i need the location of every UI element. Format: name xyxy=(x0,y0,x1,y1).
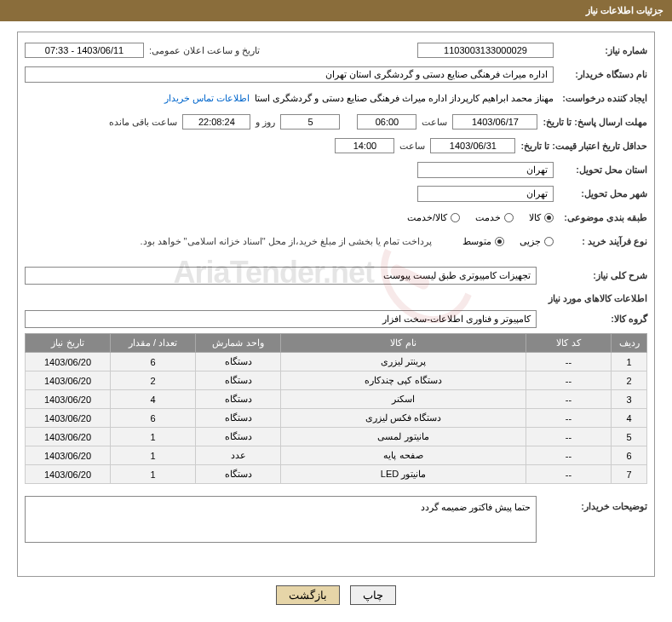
remain-label: ساعت باقی مانده xyxy=(109,117,177,128)
cell-date: 1403/06/20 xyxy=(26,371,111,390)
cell-name: دستگاه کپی چندکاره xyxy=(281,371,526,390)
cell-idx: 3 xyxy=(612,390,647,409)
th-date: تاریخ نیاز xyxy=(26,334,111,353)
deliver-prov-label: استان محل تحویل: xyxy=(554,164,647,176)
buyer-notes-value: حتما پیش فاکتور ضمیمه گردد xyxy=(25,496,537,543)
need-no-label: شماره نیاز: xyxy=(554,45,647,56)
price-time-label: ساعت xyxy=(399,141,425,152)
need-no-value: 1103003133000029 xyxy=(417,43,554,58)
cell-unit: عدد xyxy=(196,446,281,465)
cell-code: -- xyxy=(526,446,612,465)
buyer-notes-label: توضیحات خریدار: xyxy=(537,496,647,512)
days-label: روز و xyxy=(256,117,275,128)
purchase-opt-medium-radio[interactable] xyxy=(495,237,504,246)
cell-code: -- xyxy=(526,409,612,428)
cell-unit: دستگاه xyxy=(196,353,281,371)
cell-date: 1403/06/20 xyxy=(26,353,111,371)
buyer-contact-link[interactable]: اطلاعات تماس خریدار xyxy=(164,93,250,104)
cell-date: 1403/06/20 xyxy=(26,446,111,465)
cell-qty: 1 xyxy=(111,465,196,484)
table-row: 4--دستگاه فکس لیزریدستگاه61403/06/20 xyxy=(26,409,647,428)
topic-opt-kala-radio[interactable] xyxy=(544,213,554,222)
goods-group-value: کامپیوتر و فناوری اطلاعات-سخت افزار xyxy=(25,310,537,328)
topic-opt-khadmat-radio[interactable] xyxy=(504,213,514,222)
cell-unit: دستگاه xyxy=(196,390,281,409)
table-row: 6--صفحه پایهعدد11403/06/20 xyxy=(26,446,647,465)
deliver-prov-value: تهران xyxy=(417,162,554,178)
topic-opt-mix: کالا/خدمت xyxy=(407,212,447,223)
cell-qty: 6 xyxy=(111,353,196,371)
need-desc-value: تجهیزات کامپیوتری طبق لیست پیوست xyxy=(25,267,537,285)
print-button[interactable]: چاپ xyxy=(350,585,396,605)
cell-idx: 4 xyxy=(612,409,647,428)
topic-opt-khadmat: خدمت xyxy=(475,212,501,223)
cell-name: دستگاه فکس لیزری xyxy=(281,409,526,428)
deliver-city-label: شهر محل تحویل: xyxy=(554,188,647,199)
table-row: 2--دستگاه کپی چندکارهدستگاه21403/06/20 xyxy=(26,371,647,390)
remaining-hms: 22:08:24 xyxy=(182,114,250,130)
announce-label: تاریخ و ساعت اعلان عمومی: xyxy=(149,45,260,56)
cell-date: 1403/06/20 xyxy=(26,465,111,484)
table-row: 5--مانیتور لمسیدستگاه11403/06/20 xyxy=(26,428,647,446)
back-button[interactable]: بازگشت xyxy=(276,585,340,605)
purchase-opt-small-radio[interactable] xyxy=(544,237,554,246)
remaining-days: 5 xyxy=(280,114,340,130)
reply-deadline-time: 06:00 xyxy=(357,114,416,130)
purchase-type-label: نوع فرآیند خرید : xyxy=(554,236,647,247)
topic-opt-kala: کالا xyxy=(529,212,541,223)
goods-info-title: اطلاعات کالاهای مورد نیاز xyxy=(25,293,647,304)
deliver-city-value: تهران xyxy=(417,186,554,202)
cell-idx: 2 xyxy=(612,371,647,390)
purchase-note: پرداخت تمام یا بخشی از مبلغ خرید،از محل … xyxy=(140,236,432,247)
reply-deadline-label: مهلت ارسال پاسخ: تا تاریخ: xyxy=(537,117,647,128)
cell-qty: 6 xyxy=(111,409,196,428)
content-panel: شماره نیاز: 1103003133000029 تاریخ و ساع… xyxy=(17,32,655,577)
requester-label: ایجاد کننده درخواست: xyxy=(554,93,647,104)
cell-qty: 1 xyxy=(111,446,196,465)
topic-opt-mix-radio[interactable] xyxy=(451,213,460,222)
th-qty: تعداد / مقدار xyxy=(111,334,196,353)
org-label: نام دستگاه خریدار: xyxy=(554,69,647,80)
th-name: نام کالا xyxy=(281,334,526,353)
cell-name: پرینتر لیزری xyxy=(281,353,526,371)
cell-idx: 7 xyxy=(612,465,647,484)
page-header: جزئیات اطلاعات نیاز xyxy=(0,0,672,21)
table-row: 1--پرینتر لیزریدستگاه61403/06/20 xyxy=(26,353,647,371)
price-deadline-time: 14:00 xyxy=(335,138,394,153)
purchase-opt-small: جزیی xyxy=(520,236,541,247)
cell-date: 1403/06/20 xyxy=(26,390,111,409)
th-unit: واحد شمارش xyxy=(196,334,281,353)
table-row: 3--اسکنردستگاه41403/06/20 xyxy=(26,390,647,409)
cell-qty: 1 xyxy=(111,428,196,446)
goods-group-label: گروه کالا: xyxy=(537,314,647,325)
need-desc-label: شرح کلی نیاز: xyxy=(537,270,647,281)
cell-unit: دستگاه xyxy=(196,465,281,484)
cell-code: -- xyxy=(526,353,612,371)
cell-code: -- xyxy=(526,390,612,409)
price-deadline-date: 1403/06/31 xyxy=(430,138,515,153)
cell-unit: دستگاه xyxy=(196,371,281,390)
announce-value: 1403/06/11 - 07:33 xyxy=(25,43,144,58)
cell-name: صفحه پایه xyxy=(281,446,526,465)
cell-code: -- xyxy=(526,465,612,484)
cell-idx: 5 xyxy=(612,428,647,446)
reply-time-label: ساعت xyxy=(422,117,447,128)
page-title: جزئیات اطلاعات نیاز xyxy=(586,5,663,15)
th-code: کد کالا xyxy=(526,334,612,353)
cell-unit: دستگاه xyxy=(196,428,281,446)
cell-idx: 6 xyxy=(612,446,647,465)
price-deadline-label: حداقل تاریخ اعتبار قیمت: تا تاریخ: xyxy=(515,141,647,152)
requester-value: مهناز محمد ابراهیم کارپرداز اداره میراث … xyxy=(255,93,554,104)
cell-unit: دستگاه xyxy=(196,409,281,428)
cell-name: اسکنر xyxy=(281,390,526,409)
button-row: چاپ بازگشت xyxy=(0,585,672,605)
goods-table: ردیف کد کالا نام کالا واحد شمارش تعداد /… xyxy=(25,333,647,484)
cell-qty: 2 xyxy=(111,371,196,390)
reply-deadline-date: 1403/06/17 xyxy=(452,114,537,130)
cell-idx: 1 xyxy=(612,353,647,371)
org-value: اداره میراث فرهنگی صنایع دستی و گردشگری … xyxy=(25,66,554,83)
table-row: 7--مانیتور LEDدستگاه11403/06/20 xyxy=(26,465,647,484)
cell-code: -- xyxy=(526,371,612,390)
purchase-opt-medium: متوسط xyxy=(462,236,491,247)
cell-code: -- xyxy=(526,428,612,446)
